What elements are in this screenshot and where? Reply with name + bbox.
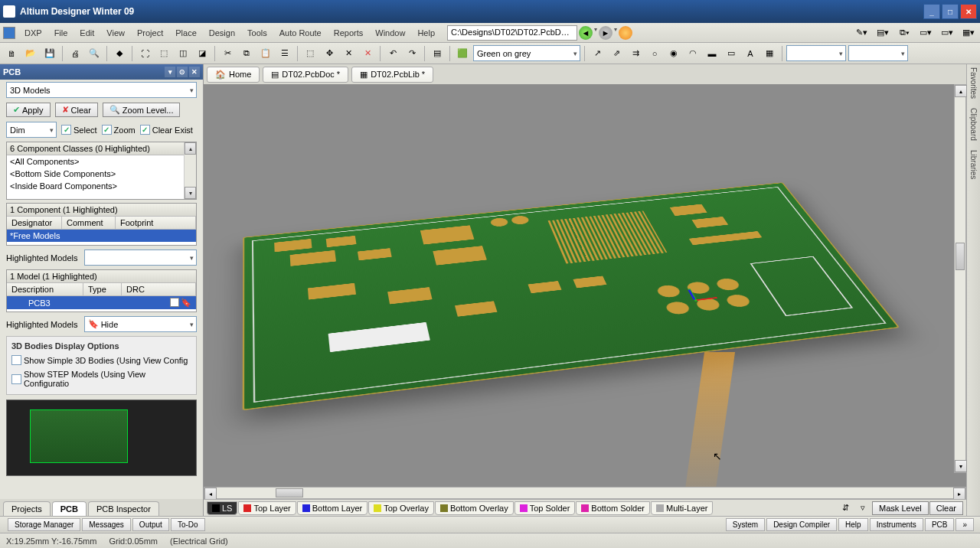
panel-close-icon[interactable]: ✕: [189, 67, 200, 77]
zoom-fit-icon[interactable]: ⛶: [136, 45, 153, 62]
menu-help[interactable]: Help: [411, 28, 441, 38]
scroll-up-icon[interactable]: ▴: [185, 142, 196, 155]
panel-menu-icon[interactable]: ▾: [165, 67, 175, 77]
models-list[interactable]: 1 Model (1 Highlighted) Description Type…: [6, 269, 197, 312]
scroll-left-icon[interactable]: ◂: [204, 488, 217, 500]
undo-icon[interactable]: ↶: [384, 45, 401, 62]
scroll-right-icon[interactable]: ▸: [953, 488, 965, 500]
tab-pcbdoc[interactable]: ▤DT02.PcbDoc *: [263, 67, 348, 83]
tab-projects[interactable]: Projects: [3, 501, 51, 516]
toolbar-grid-icon[interactable]: ▦▾: [960, 24, 977, 41]
copy-icon[interactable]: ⧉: [238, 45, 255, 62]
col-designator[interactable]: Designator: [7, 217, 62, 229]
list-item-free-models[interactable]: *Free Models: [7, 230, 196, 242]
paste-special-icon[interactable]: ☰: [276, 45, 293, 62]
status-instruments[interactable]: Instruments: [870, 518, 923, 531]
menu-design[interactable]: Design: [203, 28, 241, 38]
tab-todo[interactable]: To-Do: [171, 518, 205, 531]
route-diff-icon[interactable]: ⇗: [608, 45, 625, 62]
list-item-pcb3[interactable]: PCB3 🔖: [7, 296, 196, 309]
side-favorites[interactable]: Favorites: [969, 67, 978, 99]
toolbar-mark-icon[interactable]: ⧉▾: [896, 24, 913, 41]
highlighted-models-combo[interactable]: [84, 250, 197, 266]
menu-project[interactable]: Project: [131, 28, 169, 38]
minimize-button[interactable]: _: [923, 4, 940, 19]
clear-icon[interactable]: ✕: [359, 45, 376, 62]
nav-fwd-button[interactable]: ►: [599, 26, 612, 40]
deselect-icon[interactable]: ✕: [340, 45, 357, 62]
components-list[interactable]: 1 Component (1 Highlighted) Designator C…: [6, 203, 197, 246]
hide-combo[interactable]: 🔖 Hide: [84, 316, 197, 332]
layertab-multi[interactable]: Multi-Layer: [651, 501, 713, 515]
col-comment[interactable]: Comment: [62, 217, 116, 229]
toolbar-colors-icon[interactable]: ✎▾: [853, 24, 870, 41]
menu-view[interactable]: View: [100, 28, 131, 38]
tab-pcb[interactable]: PCB: [52, 501, 87, 516]
menu-edit[interactable]: Edit: [74, 28, 100, 38]
menu-autoroute[interactable]: Auto Route: [273, 28, 328, 38]
col-type[interactable]: Type: [83, 283, 122, 295]
move-icon[interactable]: ✥: [321, 45, 338, 62]
toolbar-dims-icon[interactable]: ▤▾: [874, 24, 891, 41]
menu-place[interactable]: Place: [169, 28, 203, 38]
status-pcb[interactable]: PCB: [925, 518, 955, 531]
layertab-top[interactable]: Top Layer: [238, 501, 296, 515]
save-icon[interactable]: 💾: [41, 45, 58, 62]
zoom-select-icon[interactable]: ◫: [175, 45, 191, 62]
status-help[interactable]: Help: [838, 518, 868, 531]
zoom-checkbox[interactable]: ✓Zoom: [102, 125, 136, 135]
component-classes-list[interactable]: 6 Component Classes (0 Highlighted) <All…: [6, 142, 197, 200]
layertab-bottom-solder[interactable]: Bottom Solder: [576, 501, 650, 515]
panel-mode-combo[interactable]: 3D Models: [6, 82, 197, 98]
scroll-down-icon[interactable]: ▾: [955, 460, 967, 472]
via-icon[interactable]: ○: [646, 45, 663, 62]
3d-canvas[interactable]: ↖: [204, 84, 966, 487]
color-scheme-combo[interactable]: Green on grey: [473, 45, 580, 61]
scroll-up-icon[interactable]: ▴: [955, 85, 967, 97]
redo-icon[interactable]: ↷: [403, 45, 420, 62]
layertab-bottom-overlay[interactable]: Bottom Overlay: [435, 501, 514, 515]
dim-combo[interactable]: Dim: [6, 122, 57, 138]
new-file-icon[interactable]: 🗎: [3, 45, 20, 62]
select-checkbox[interactable]: ✓Select: [61, 125, 97, 135]
col-footprint[interactable]: Footprint: [116, 217, 196, 229]
layertab-top-overlay[interactable]: Top Overlay: [368, 501, 434, 515]
menu-reports[interactable]: Reports: [328, 28, 370, 38]
layer-config-icon[interactable]: ⇵: [837, 500, 854, 517]
show-step-checkbox[interactable]: Show STEP Models (Using View Configurati…: [11, 370, 191, 388]
route-icon[interactable]: ↗: [589, 45, 606, 62]
component-icon[interactable]: ▦: [761, 45, 778, 62]
layertab-top-solder[interactable]: Top Solder: [514, 501, 576, 515]
menu-file[interactable]: File: [48, 28, 74, 38]
apply-button[interactable]: ✔Apply: [6, 103, 51, 117]
arc-icon[interactable]: ◠: [684, 45, 701, 62]
print-icon[interactable]: 🖨: [67, 45, 83, 62]
zoom-filter-icon[interactable]: ◪: [194, 45, 211, 62]
open-file-icon[interactable]: 📂: [22, 45, 39, 62]
combo-2[interactable]: [848, 45, 908, 61]
zoom-level-button[interactable]: 🔍Zoom Level...: [103, 103, 181, 117]
nav-back-button[interactable]: ◄: [579, 26, 593, 40]
zoom-area-icon[interactable]: ⬚: [155, 45, 172, 62]
toolbar-clip-icon[interactable]: ▭▾: [939, 24, 956, 41]
mask-level-button[interactable]: Mask Level: [872, 501, 929, 515]
menu-window[interactable]: Window: [369, 28, 411, 38]
minimap[interactable]: [6, 400, 197, 476]
paste-icon[interactable]: 📋: [257, 45, 274, 62]
show-simple-checkbox[interactable]: Show Simple 3D Bodies (Using View Config: [11, 355, 188, 365]
status-system[interactable]: System: [726, 518, 765, 531]
preview-icon[interactable]: 🔍: [86, 45, 103, 62]
text-icon[interactable]: A: [742, 45, 759, 62]
side-clipboard[interactable]: Clipboard: [969, 108, 978, 141]
tab-pcblib[interactable]: ▦DT02.PcbLib *: [351, 67, 433, 83]
fill-icon[interactable]: ▬: [704, 45, 720, 62]
layer-filter-icon[interactable]: ▿: [854, 500, 871, 517]
board-icon[interactable]: 🟩: [454, 45, 471, 62]
list-item[interactable]: <All Components>: [7, 155, 196, 168]
close-button[interactable]: ✕: [960, 4, 977, 19]
cut-icon[interactable]: ✂: [219, 45, 236, 62]
tab-output[interactable]: Output: [132, 518, 169, 531]
status-menu-icon[interactable]: »: [956, 518, 974, 531]
list-item[interactable]: <Bottom Side Components>: [7, 168, 196, 180]
3d-icon[interactable]: ▤: [429, 45, 446, 62]
